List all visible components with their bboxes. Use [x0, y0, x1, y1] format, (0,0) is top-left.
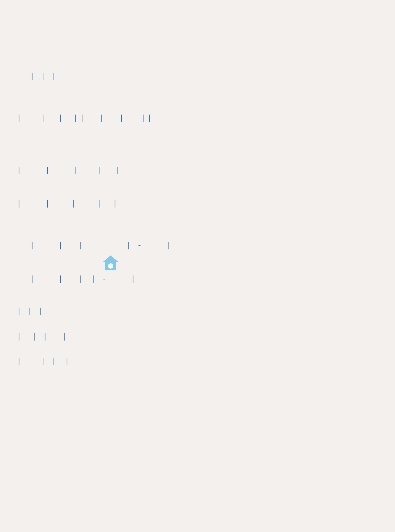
intro-line: | | |: [16, 63, 332, 90]
interlude1-line: | | |: [16, 306, 332, 315]
interlude1-lyric: [16, 317, 332, 326]
verse-chord-line: | | | | | | | | |: [16, 104, 332, 122]
end-chord-line: | | | |: [16, 357, 332, 366]
pre1-chord-line: | | | | |: [16, 156, 332, 174]
outro-block: | | | | | | | | | | |: [16, 306, 332, 377]
chorus1-lyric: [16, 252, 332, 261]
verse-block: | | | | | | | | |: [16, 104, 332, 144]
chorus2-chord-line: | | | | - |: [16, 264, 332, 283]
verse1-lyric: [16, 124, 332, 133]
interlude2-lyric: [16, 343, 332, 352]
header-right: [368, 26, 371, 37]
chorus1-chord-line: | | | | - |: [16, 231, 332, 250]
pre1-lyric: [16, 176, 332, 185]
chord-sheet-page: | | | | | | | | | | | | | | |: [0, 0, 395, 21]
verse2-lyric: [16, 135, 332, 144]
chorus2-lyric: [16, 285, 332, 294]
interlude2-line: | | | |: [16, 331, 332, 341]
content: | | | | | | | | | | | | | | |: [16, 61, 332, 389]
pre2-chord-line: | | | | |: [16, 189, 332, 208]
credits-line: [368, 26, 371, 37]
pre2-lyric: [16, 210, 332, 219]
end-lyric: [16, 368, 332, 377]
chorus-block: | | | | - | | | | | - |: [16, 231, 332, 294]
prechorus-block: | | | | | | | | | |: [16, 156, 332, 219]
